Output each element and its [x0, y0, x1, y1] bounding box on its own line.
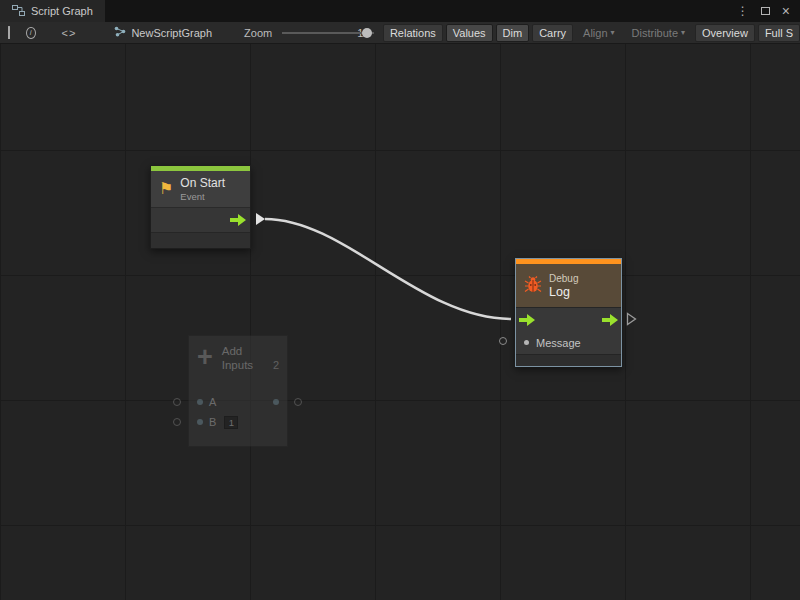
- input-count: 2: [273, 359, 281, 371]
- input-port-a-dot-icon[interactable]: [197, 399, 203, 405]
- message-port-label: Message: [536, 337, 581, 349]
- node-category: Debug: [549, 273, 578, 284]
- script-graph-window: Script Graph ⋮ × i <> NewScriptGraph Zoo…: [0, 0, 800, 600]
- node-title: Log: [549, 285, 578, 299]
- plus-icon: +: [197, 345, 213, 369]
- zoom-slider[interactable]: [282, 27, 351, 39]
- graph-name-breadcrumb[interactable]: NewScriptGraph: [114, 26, 212, 39]
- tab-title: Script Graph: [31, 5, 93, 17]
- tab-script-graph[interactable]: Script Graph: [0, 0, 105, 22]
- port-a-label: A: [209, 396, 216, 408]
- message-input-port[interactable]: [499, 337, 507, 345]
- debug-control-ports-row: [516, 307, 621, 331]
- align-dropdown[interactable]: Align ▾: [576, 24, 621, 42]
- titlebar: Script Graph ⋮ ×: [0, 0, 800, 22]
- zoom-slider-track[interactable]: [282, 32, 374, 34]
- graph-canvas[interactable]: ⚑ On Start Event: [0, 44, 800, 600]
- fullscreen-button[interactable]: Full S: [758, 24, 800, 42]
- control-output-port-icon[interactable]: [230, 214, 246, 226]
- script-graph-tab-icon: [12, 5, 25, 18]
- dim-button[interactable]: Dim: [496, 24, 530, 42]
- control-output-port-icon[interactable]: [602, 314, 618, 326]
- port-a-connection-circle[interactable]: [173, 398, 181, 406]
- add-node-header: + Add Inputs 2: [189, 336, 287, 380]
- on-start-header[interactable]: ⚑ On Start Event: [151, 171, 250, 207]
- overview-button[interactable]: Overview: [695, 24, 755, 42]
- debug-output-port[interactable]: [626, 312, 637, 330]
- port-row-a: A: [189, 392, 287, 412]
- chevron-down-icon: ▾: [611, 28, 615, 37]
- window-controls: ⋮ ×: [737, 0, 800, 22]
- relations-button[interactable]: Relations: [383, 24, 443, 42]
- port-row-b: B 1: [189, 412, 287, 432]
- on-start-output-port[interactable]: [256, 213, 265, 225]
- on-start-node[interactable]: ⚑ On Start Event: [150, 165, 251, 249]
- bug-icon: [524, 276, 542, 295]
- graph-asset-icon: [114, 26, 126, 39]
- chevron-down-icon: ▾: [681, 28, 685, 37]
- zoom-label: Zoom: [244, 27, 272, 39]
- node-footer: [516, 354, 621, 366]
- zoom-slider-handle[interactable]: [362, 28, 372, 38]
- window-menu-icon[interactable]: ⋮: [737, 5, 749, 17]
- on-start-output-row: [151, 207, 250, 232]
- distribute-dropdown[interactable]: Distribute ▾: [625, 24, 692, 42]
- port-b-connection-circle[interactable]: [173, 418, 181, 426]
- carry-button[interactable]: Carry: [532, 24, 573, 42]
- input-port-b-dot-icon[interactable]: [197, 419, 203, 425]
- lock-icon[interactable]: [8, 27, 10, 39]
- message-port-row: Message: [516, 331, 621, 354]
- control-input-port-icon[interactable]: [519, 314, 535, 326]
- connection-wire[interactable]: [265, 219, 511, 319]
- node-footer: [151, 232, 250, 248]
- graph-toolbar: i <> NewScriptGraph Zoom 1x Relations Va…: [0, 22, 800, 44]
- add-node-preview[interactable]: + Add Inputs 2 A: [188, 335, 288, 447]
- maximize-icon[interactable]: [761, 7, 770, 15]
- node-title: On Start: [180, 176, 225, 190]
- message-port-dot-icon[interactable]: [524, 340, 529, 345]
- values-button[interactable]: Values: [446, 24, 493, 42]
- debug-log-header[interactable]: Debug Log: [516, 264, 621, 307]
- node-subtitle: Event: [180, 191, 225, 202]
- wires-layer: [0, 44, 800, 600]
- debug-log-node[interactable]: Debug Log Message: [515, 258, 622, 367]
- output-connection-circle[interactable]: [294, 398, 302, 406]
- port-b-label: B: [209, 416, 216, 428]
- edit-code-icon[interactable]: <>: [62, 27, 77, 39]
- close-icon[interactable]: ×: [782, 4, 790, 18]
- flag-icon: ⚑: [159, 181, 173, 197]
- port-b-value-field[interactable]: 1: [224, 416, 238, 429]
- graph-name-label: NewScriptGraph: [131, 27, 212, 39]
- node-title-line2: Inputs: [222, 359, 253, 371]
- output-port-dot-icon[interactable]: [273, 399, 279, 405]
- info-icon[interactable]: i: [26, 27, 36, 39]
- node-title-line1: Add: [222, 345, 281, 357]
